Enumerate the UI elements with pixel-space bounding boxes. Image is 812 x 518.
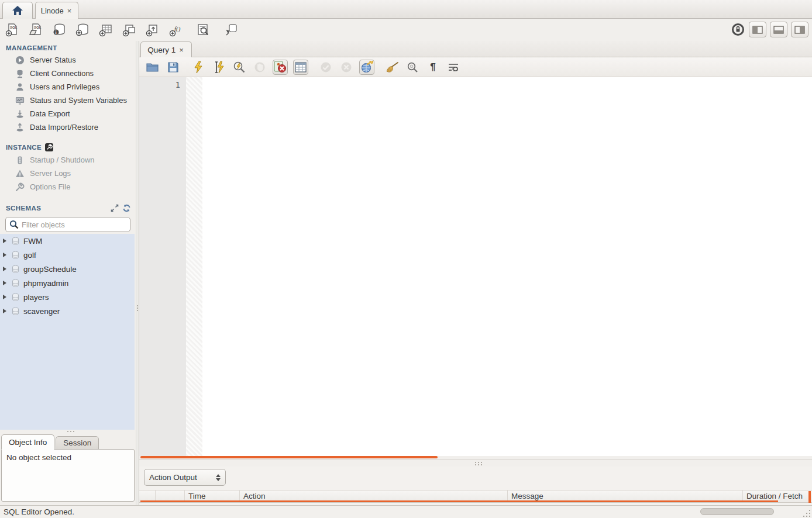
bottom-scrollbar-thumb[interactable] [700, 508, 774, 515]
reconnect-database-icon[interactable] [223, 22, 239, 37]
toggle-invisibles-button[interactable]: ¶ [425, 60, 441, 75]
sidebar-item-server-logs[interactable]: Server Logs [0, 167, 136, 180]
schema-row-groupschedule[interactable]: groupSchedule [0, 262, 135, 276]
toggle-autocommit-button[interactable] [359, 60, 374, 75]
expander-triangle-icon[interactable] [3, 295, 6, 299]
expand-schemas-icon[interactable] [111, 204, 119, 212]
search-table-data-icon[interactable] [195, 22, 211, 37]
wrap-text-icon [448, 63, 459, 72]
connection-tab-linode[interactable]: Linode × [35, 2, 78, 19]
status-bar: SQL Editor Opened. [0, 505, 812, 518]
sidebar-item-options-file[interactable]: Options File [0, 180, 136, 194]
sidebar-item-server-status[interactable]: Server Status [0, 53, 136, 67]
output-type-select[interactable]: Action Output [144, 469, 226, 486]
toggle-stop-on-error-button[interactable] [273, 60, 288, 75]
expander-triangle-icon[interactable] [3, 253, 6, 257]
find-button[interactable] [405, 60, 420, 75]
stop-on-error-icon [274, 61, 287, 74]
limit-rows-button[interactable] [293, 60, 308, 75]
schema-row-phpmyadmin[interactable]: phpmyadmin [0, 276, 135, 290]
schema-filter[interactable] [5, 217, 130, 232]
output-horizontal-scrollbar[interactable] [140, 500, 778, 502]
schema-name: players [23, 293, 49, 302]
instance-title-label: INSTANCE [6, 144, 42, 151]
panel-left-icon [752, 26, 763, 34]
home-tab[interactable] [2, 2, 33, 19]
sidebar-item-label: Options File [30, 182, 70, 191]
expander-triangle-icon[interactable] [3, 239, 6, 243]
lightning-icon [193, 61, 204, 74]
new-sql-tab-icon[interactable]: SQL [5, 22, 20, 37]
toggle-right-sidebar-button[interactable] [791, 22, 808, 37]
toggle-bottom-panel-button[interactable] [770, 22, 787, 37]
sidebar-item-startup-shutdown[interactable]: Startup / Shutdown [0, 153, 136, 167]
sidebar-item-users-and-privileges[interactable]: Users and Privileges [0, 80, 136, 94]
beautify-button[interactable] [384, 60, 400, 75]
close-icon[interactable]: × [178, 46, 185, 54]
svg-text:SQL: SQL [10, 26, 18, 29]
management-title-label: MANAGEMENT [6, 44, 57, 51]
open-sql-script-icon[interactable]: SQL [28, 22, 43, 37]
stop-button[interactable] [252, 60, 267, 75]
schema-row-scavenger[interactable]: scavenger [0, 304, 135, 318]
schemas-section-title: SCHEMAS [0, 201, 136, 214]
object-info-splitter[interactable] [0, 429, 136, 434]
schema-icon [11, 251, 20, 260]
svg-text:i: i [56, 30, 57, 35]
commit-button[interactable] [318, 60, 333, 75]
home-icon [12, 5, 23, 16]
window-resize-grip-icon[interactable] [803, 509, 811, 517]
tab-object-info[interactable]: Object Info [1, 434, 54, 450]
schema-row-golf[interactable]: golf [0, 248, 135, 262]
broom-icon [385, 61, 399, 73]
toggle-wrap-button[interactable] [446, 60, 461, 75]
expander-triangle-icon[interactable] [3, 267, 6, 271]
schemas-title-label: SCHEMAS [6, 205, 41, 212]
editor-horizontal-scrollbar[interactable] [140, 456, 438, 458]
schema-icon [11, 307, 20, 316]
schema-row-fwm[interactable]: FWM [0, 234, 135, 248]
sidebar-item-label: Server Logs [30, 169, 71, 178]
tab-session[interactable]: Session [56, 436, 99, 450]
open-script-button[interactable] [145, 60, 160, 75]
svg-text:f(): f() [174, 25, 181, 33]
create-view-icon[interactable] [122, 22, 137, 37]
schema-name: groupSchedule [23, 265, 77, 274]
server-logs-icon [15, 168, 25, 178]
stop-hand-icon [254, 61, 266, 73]
schema-name: golf [23, 251, 36, 260]
save-icon [167, 61, 179, 73]
refresh-schemas-icon[interactable] [122, 204, 131, 212]
expander-triangle-icon[interactable] [3, 309, 6, 313]
tab-object-info-label: Object Info [9, 438, 47, 447]
output-splitter[interactable] [139, 460, 812, 467]
execute-button[interactable] [191, 60, 206, 75]
schema-icon [11, 265, 20, 274]
create-table-icon[interactable] [98, 22, 113, 37]
sql-editor[interactable]: 1 [139, 77, 812, 456]
execute-current-button[interactable] [211, 60, 226, 75]
create-procedure-icon[interactable] [145, 22, 160, 37]
commit-check-icon [320, 61, 332, 73]
schema-row-players[interactable]: players [0, 290, 135, 304]
status-text: SQL Editor Opened. [4, 507, 74, 516]
inspect-database-icon[interactable]: i [51, 22, 67, 37]
toggle-left-sidebar-button[interactable] [749, 22, 766, 37]
sidebar-item-data-import[interactable]: Data Import/Restore [0, 120, 136, 134]
sidebar-item-status-system-variables[interactable]: Status and System Variables [0, 94, 136, 107]
sidebar-item-client-connections[interactable]: Client Connections [0, 67, 136, 80]
output-vertical-scrollbar[interactable] [808, 491, 811, 503]
rollback-button[interactable] [339, 60, 354, 75]
options-file-icon [15, 182, 25, 192]
close-icon[interactable]: × [66, 7, 73, 15]
filter-objects-input[interactable] [22, 220, 126, 229]
expander-triangle-icon[interactable] [3, 281, 6, 285]
create-schema-icon[interactable] [75, 22, 90, 37]
sidebar-item-data-export[interactable]: Data Export [0, 107, 136, 120]
save-script-button[interactable] [166, 60, 181, 75]
explain-button[interactable] [232, 60, 247, 75]
schema-name: FWM [23, 237, 42, 246]
create-function-icon[interactable]: f() [168, 22, 184, 37]
line-number: 1 [139, 77, 186, 89]
tab-query-1[interactable]: Query 1 × [140, 42, 192, 57]
